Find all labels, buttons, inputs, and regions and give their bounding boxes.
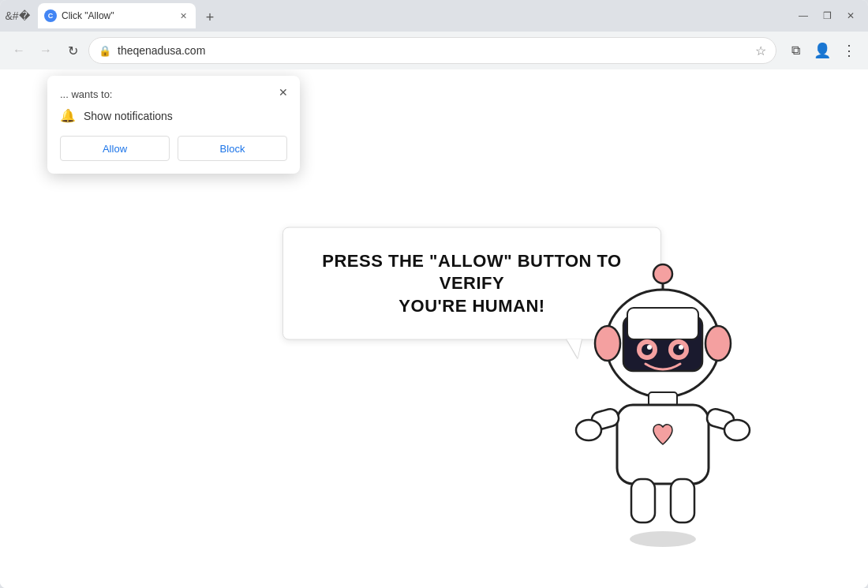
maximize-button[interactable]: ❒	[816, 5, 838, 27]
svg-rect-20	[671, 479, 694, 522]
bookmark-icon[interactable]: ☆	[755, 43, 766, 58]
extensions-button[interactable]: ⧉	[783, 38, 808, 63]
popup-buttons: Allow Block	[60, 136, 287, 161]
profile-icon: 👤	[814, 42, 831, 59]
tab-title: Click "Allow"	[62, 10, 172, 21]
permission-text: Show notifications	[84, 110, 173, 122]
reload-icon: ↻	[68, 43, 78, 58]
bell-icon: 🔔	[60, 108, 76, 123]
tab-back-button[interactable]: &#�	[6, 5, 28, 27]
popup-permission: 🔔 Show notifications	[60, 108, 287, 123]
tab-close-button[interactable]: ✕	[177, 9, 189, 22]
address-bar[interactable]: 🔒 ☆	[88, 37, 776, 64]
window-controls: — ❒ ✕	[792, 5, 862, 27]
svg-point-4	[705, 326, 731, 361]
svg-point-1	[653, 264, 672, 283]
svg-point-12	[679, 345, 683, 350]
title-bar-left: &#�	[6, 5, 28, 27]
extensions-icon: ⧉	[791, 43, 800, 58]
forward-button[interactable]: →	[33, 38, 58, 63]
notification-popup: ... wants to: ✕ 🔔 Show notifications All…	[47, 76, 300, 174]
minimize-icon: —	[799, 10, 808, 21]
robot-svg	[552, 257, 773, 556]
toolbar: ← → ↻ 🔒 ☆ ⧉ 👤 ⋮	[0, 32, 868, 69]
tab-bar: C Click "Allow" ✕ +	[32, 3, 789, 28]
svg-rect-19	[631, 479, 655, 522]
svg-point-21	[630, 531, 696, 547]
svg-point-11	[647, 345, 652, 350]
back-button[interactable]: ←	[6, 38, 32, 63]
robot-illustration	[552, 257, 773, 556]
forward-icon: →	[39, 43, 52, 58]
back-icon: ←	[13, 43, 25, 58]
close-button[interactable]: ✕	[840, 5, 862, 27]
reload-button[interactable]: ↻	[60, 38, 85, 63]
menu-button[interactable]: ⋮	[836, 38, 862, 63]
content-area: PRESS THE "ALLOW" BUTTON TO VERIFY YOU'R…	[0, 69, 868, 588]
new-tab-button[interactable]: +	[199, 6, 221, 28]
url-input[interactable]	[118, 44, 749, 57]
toolbar-nav: ← → ↻	[6, 38, 85, 63]
svg-rect-6	[627, 308, 698, 339]
svg-point-18	[724, 420, 750, 440]
page-content: PRESS THE "ALLOW" BUTTON TO VERIFY YOU'R…	[0, 69, 868, 588]
svg-point-16	[576, 420, 601, 440]
toolbar-right: ⧉ 👤 ⋮	[783, 38, 862, 63]
block-button[interactable]: Block	[178, 136, 287, 161]
popup-close-button[interactable]: ✕	[275, 84, 292, 101]
allow-button[interactable]: Allow	[60, 136, 170, 161]
lock-icon: 🔒	[99, 45, 111, 57]
maximize-icon: ❒	[823, 10, 832, 21]
minimize-button[interactable]: —	[792, 5, 814, 27]
close-icon: ✕	[847, 10, 855, 21]
title-bar: &#� C Click "Allow" ✕ + — ❒ ✕	[0, 0, 868, 32]
browser-window: &#� C Click "Allow" ✕ + — ❒ ✕	[0, 0, 868, 588]
profile-button[interactable]: 👤	[810, 38, 835, 63]
tab-favicon-icon: C	[48, 12, 54, 20]
popup-wants-to-text: ... wants to:	[60, 88, 287, 100]
speech-line2: YOU'RE HUMAN!	[398, 295, 544, 315]
tab-favicon: C	[44, 9, 57, 22]
svg-point-3	[595, 326, 620, 361]
menu-icon: ⋮	[842, 42, 856, 59]
active-tab[interactable]: C Click "Allow" ✕	[38, 3, 196, 28]
